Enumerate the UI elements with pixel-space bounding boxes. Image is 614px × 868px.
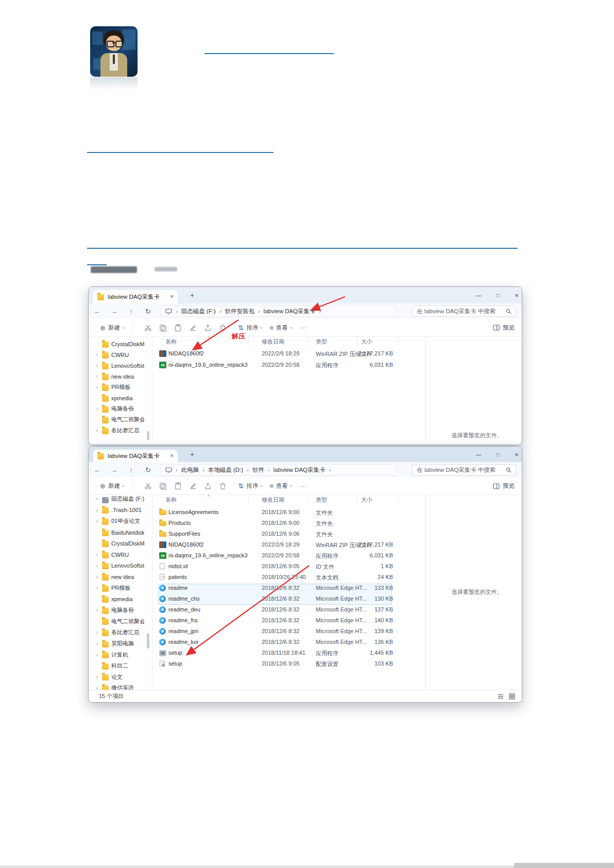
more-button[interactable]: ··· bbox=[300, 483, 306, 489]
sidebar-item[interactable]: BaiduNetdiskDo bbox=[89, 527, 152, 538]
up-button[interactable]: ↑ bbox=[123, 466, 140, 474]
sidebar-item[interactable]: 各比赛汇总 bbox=[89, 627, 152, 638]
chevron-right-icon[interactable] bbox=[95, 607, 99, 613]
maximize-button[interactable]: □ bbox=[490, 287, 506, 303]
sidebar-item[interactable]: 昊阳电脑 bbox=[89, 638, 152, 650]
tab-close-icon[interactable]: × bbox=[170, 452, 174, 459]
sidebar-item[interactable]: 电气二班聚会 bbox=[89, 616, 152, 627]
breadcrumb-item[interactable]: 软件安装包 bbox=[225, 308, 254, 315]
sidebar-item[interactable]: .Trash-1001 bbox=[89, 505, 152, 516]
chevron-right-icon[interactable] bbox=[95, 373, 99, 379]
file-row[interactable]: nidist.id 2018/12/6 9:05 ID 文件 1 KB bbox=[158, 561, 426, 572]
view-button[interactable]: ≡ 查看 › bbox=[270, 482, 293, 490]
column-divider[interactable] bbox=[308, 338, 308, 345]
search-input[interactable]: 在 labview DAQ采集卡 中搜索 bbox=[412, 464, 516, 475]
sidebar-item[interactable]: PR模板 bbox=[89, 583, 152, 594]
file-row[interactable]: readme_chs 2018/12/6 8:32 Microsoft Edge… bbox=[158, 594, 426, 605]
cut-icon[interactable] bbox=[144, 324, 152, 332]
sidebar-item[interactable]: 电脑备份 bbox=[89, 403, 152, 414]
chevron-right-icon[interactable] bbox=[95, 428, 99, 433]
chevron-right-icon[interactable] bbox=[95, 629, 99, 635]
file-row[interactable]: setup 2018/11/18 18:41 应用程序 1,445 KB bbox=[158, 648, 426, 659]
close-button[interactable]: × bbox=[509, 287, 522, 303]
column-divider[interactable] bbox=[398, 338, 399, 345]
chevron-right-icon[interactable] bbox=[95, 563, 99, 569]
new-tab-button[interactable]: + bbox=[187, 447, 197, 462]
sidebar-item[interactable]: CrystalDiskMark bbox=[89, 338, 152, 349]
chevron-right-icon[interactable] bbox=[95, 552, 99, 557]
breadcrumb-item[interactable]: 固态磁盘 (F:) bbox=[181, 308, 216, 315]
delete-icon[interactable] bbox=[219, 324, 227, 332]
forward-button[interactable]: → bbox=[106, 466, 123, 474]
preview-toggle-button[interactable]: 预览 bbox=[493, 324, 515, 332]
breadcrumb-item[interactable]: labview DAQ采集卡 bbox=[274, 466, 326, 474]
file-row[interactable]: SupportFiles 2018/12/6 9:06 文件夹 bbox=[158, 529, 426, 540]
sidebar-item[interactable]: 固态磁盘 (F:) bbox=[89, 493, 152, 505]
details-view-icon[interactable] bbox=[497, 693, 504, 700]
rename-icon[interactable] bbox=[189, 482, 197, 490]
back-button[interactable]: ← bbox=[89, 308, 106, 315]
breadcrumb-item[interactable]: 软件 bbox=[252, 466, 264, 474]
preview-pane-divider[interactable] bbox=[425, 337, 426, 440]
large-icons-view-icon[interactable] bbox=[508, 693, 516, 700]
section-link-underline[interactable] bbox=[87, 152, 274, 153]
file-row[interactable]: NIDAQ1860f2 2022/2/9 18:29 WinRAR ZIP 压缩… bbox=[158, 349, 426, 360]
file-row[interactable]: NIDAQ1860f2 2022/2/9 18:29 WinRAR ZIP 压缩… bbox=[158, 540, 426, 551]
tab-labview-daq[interactable]: labview DAQ采集卡 × bbox=[93, 450, 178, 462]
column-name[interactable]: 名称 bbox=[165, 338, 177, 346]
sidebar-item[interactable]: new idea bbox=[89, 371, 152, 382]
sidebar-item[interactable]: LenovoSoftstore bbox=[89, 560, 152, 572]
chevron-right-icon[interactable] bbox=[95, 406, 99, 412]
column-type[interactable]: 类型 bbox=[316, 338, 327, 346]
column-divider[interactable] bbox=[308, 497, 308, 503]
sidebar-item[interactable]: CWRU bbox=[89, 549, 152, 560]
sort-button[interactable]: ⇅ 排序 › bbox=[238, 324, 262, 332]
chevron-right-icon[interactable] bbox=[95, 507, 99, 513]
paste-icon[interactable] bbox=[174, 324, 182, 332]
more-button[interactable]: ··· bbox=[300, 325, 306, 331]
file-row[interactable]: readme_jpn 2018/12/6 8:32 Microsoft Edge… bbox=[158, 626, 426, 637]
sidebar-item[interactable]: 计算机 bbox=[89, 649, 152, 660]
breadcrumb-item[interactable]: labview DAQ采集卡 bbox=[264, 308, 316, 315]
column-date[interactable]: 修改日期 bbox=[262, 496, 284, 504]
breadcrumb-item[interactable]: 本地磁盘 (D:) bbox=[208, 466, 243, 474]
file-row[interactable]: LicenseAgreements 2018/12/6 9:00 文件夹 bbox=[158, 507, 426, 518]
tab-labview-daq[interactable]: labview DAQ采集卡 × bbox=[93, 290, 178, 303]
copy-icon[interactable] bbox=[159, 482, 167, 490]
sidebar-item[interactable]: CrystalDiskMark bbox=[89, 538, 152, 549]
chevron-right-icon[interactable] bbox=[95, 363, 99, 368]
file-row[interactable]: patents 2018/10/26 23:40 文本文档 24 KB bbox=[158, 572, 426, 583]
sidebar-item[interactable]: CWRU bbox=[89, 349, 152, 360]
short-link-underline[interactable] bbox=[87, 264, 107, 265]
sidebar-item[interactable]: 科目二 bbox=[89, 660, 152, 672]
back-button[interactable]: ← bbox=[89, 466, 106, 474]
rename-icon[interactable] bbox=[189, 324, 197, 332]
column-divider[interactable] bbox=[248, 497, 249, 503]
sidebar-scrollbar[interactable] bbox=[147, 431, 149, 440]
sidebar-scrollbar[interactable] bbox=[147, 633, 149, 649]
file-row[interactable]: readme_kor 2018/12/6 8:32 Microsoft Edge… bbox=[158, 637, 426, 648]
new-tab-button[interactable]: + bbox=[187, 287, 197, 303]
search-input[interactable]: 在 labview DAQ采集卡 中搜索 bbox=[412, 305, 516, 317]
cut-icon[interactable] bbox=[144, 482, 152, 490]
breadcrumb[interactable]: 固态磁盘 (F:)软件安装包labview DAQ采集卡 bbox=[161, 305, 397, 317]
copy-icon[interactable] bbox=[159, 324, 167, 332]
chevron-right-icon[interactable] bbox=[95, 352, 99, 358]
sidebar-item[interactable]: xpmedia bbox=[89, 393, 152, 403]
breadcrumb[interactable]: 此电脑本地磁盘 (D:)软件labview DAQ采集卡 bbox=[161, 464, 397, 475]
sidebar-item[interactable]: 微信英语 bbox=[89, 683, 152, 690]
share-icon[interactable] bbox=[204, 324, 212, 332]
sidebar-item[interactable]: 电脑备份 bbox=[89, 605, 152, 616]
sidebar-item[interactable]: PR模板 bbox=[89, 382, 152, 393]
sidebar-item[interactable]: 各比赛汇总 bbox=[89, 425, 152, 436]
file-row[interactable]: readme_fra 2018/12/6 8:32 Microsoft Edge… bbox=[158, 616, 426, 626]
sidebar-item[interactable]: new idea bbox=[89, 571, 152, 583]
preview-pane-divider[interactable] bbox=[425, 496, 426, 689]
forward-button[interactable]: → bbox=[106, 308, 123, 315]
column-size[interactable]: 大小 bbox=[361, 496, 372, 504]
column-divider[interactable] bbox=[357, 497, 357, 503]
sidebar-item[interactable]: xpmedia bbox=[89, 593, 152, 605]
column-size[interactable]: 大小 bbox=[361, 338, 372, 346]
sidebar-item[interactable]: 电气二班聚会 bbox=[89, 414, 152, 425]
sidebar-item[interactable]: LenovoSoftstore bbox=[89, 360, 152, 371]
